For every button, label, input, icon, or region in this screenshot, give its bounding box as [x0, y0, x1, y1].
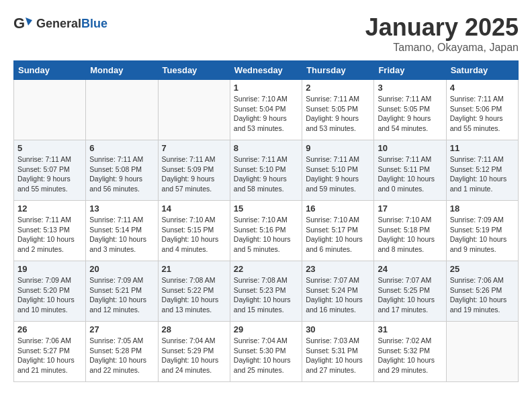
- day-number: 19: [17, 264, 82, 274]
- day-info: Sunrise: 7:11 AM Sunset: 5:08 PM Dayligh…: [89, 154, 154, 194]
- calendar-day-24: 24Sunrise: 7:07 AM Sunset: 5:25 PM Dayli…: [374, 261, 446, 322]
- day-number: 22: [234, 264, 298, 274]
- day-number: 18: [450, 203, 515, 214]
- day-number: 26: [17, 324, 82, 334]
- day-number: 23: [306, 264, 370, 274]
- day-info: Sunrise: 7:08 AM Sunset: 5:22 PM Dayligh…: [162, 275, 226, 315]
- day-info: Sunrise: 7:04 AM Sunset: 5:30 PM Dayligh…: [234, 336, 298, 375]
- calendar-day-16: 16Sunrise: 7:10 AM Sunset: 5:17 PM Dayli…: [302, 201, 374, 261]
- day-info: Sunrise: 7:08 AM Sunset: 5:23 PM Dayligh…: [234, 275, 298, 315]
- calendar-day-8: 8Sunrise: 7:11 AM Sunset: 5:10 PM Daylig…: [230, 140, 302, 201]
- title-area: January 2025 Tamano, Okayama, Japan: [365, 13, 519, 54]
- day-number: 30: [306, 324, 370, 334]
- calendar-day-11: 11Sunrise: 7:11 AM Sunset: 5:12 PM Dayli…: [446, 140, 518, 201]
- day-info: Sunrise: 7:06 AM Sunset: 5:27 PM Dayligh…: [17, 336, 82, 375]
- calendar-day-22: 22Sunrise: 7:08 AM Sunset: 5:23 PM Dayli…: [230, 261, 302, 322]
- day-number: 2: [306, 83, 370, 93]
- calendar-day-23: 23Sunrise: 7:07 AM Sunset: 5:24 PM Dayli…: [302, 261, 374, 322]
- calendar-day-3: 3Sunrise: 7:11 AM Sunset: 5:05 PM Daylig…: [374, 80, 446, 140]
- day-number: 29: [234, 324, 298, 334]
- day-info: Sunrise: 7:10 AM Sunset: 5:15 PM Dayligh…: [162, 215, 226, 255]
- day-info: Sunrise: 7:11 AM Sunset: 5:07 PM Dayligh…: [17, 154, 82, 194]
- day-info: Sunrise: 7:09 AM Sunset: 5:21 PM Dayligh…: [89, 275, 154, 315]
- day-info: Sunrise: 7:11 AM Sunset: 5:10 PM Dayligh…: [306, 154, 370, 194]
- day-number: 17: [378, 203, 442, 214]
- weekday-header-thursday: Thursday: [302, 61, 374, 80]
- day-info: Sunrise: 7:11 AM Sunset: 5:09 PM Dayligh…: [162, 154, 226, 194]
- calendar-week-row: 26Sunrise: 7:06 AM Sunset: 5:27 PM Dayli…: [14, 322, 519, 382]
- day-number: 25: [450, 264, 515, 274]
- logo-icon: G: [13, 13, 34, 34]
- day-number: 7: [162, 143, 226, 153]
- day-info: Sunrise: 7:07 AM Sunset: 5:24 PM Dayligh…: [306, 275, 370, 315]
- calendar-day-2: 2Sunrise: 7:11 AM Sunset: 5:05 PM Daylig…: [302, 80, 374, 140]
- calendar-week-row: 5Sunrise: 7:11 AM Sunset: 5:07 PM Daylig…: [14, 140, 519, 201]
- day-number: 11: [450, 143, 515, 153]
- calendar-day-empty: [14, 80, 86, 140]
- calendar-day-17: 17Sunrise: 7:10 AM Sunset: 5:18 PM Dayli…: [374, 201, 446, 261]
- day-number: 31: [378, 324, 442, 334]
- weekday-header-saturday: Saturday: [446, 61, 518, 80]
- weekday-header-sunday: Sunday: [14, 61, 86, 80]
- calendar-day-6: 6Sunrise: 7:11 AM Sunset: 5:08 PM Daylig…: [86, 140, 158, 201]
- day-info: Sunrise: 7:11 AM Sunset: 5:12 PM Dayligh…: [450, 154, 515, 194]
- calendar-day-10: 10Sunrise: 7:11 AM Sunset: 5:11 PM Dayli…: [374, 140, 446, 201]
- calendar-day-empty: [446, 322, 518, 382]
- calendar-day-empty: [158, 80, 230, 140]
- calendar-day-27: 27Sunrise: 7:05 AM Sunset: 5:28 PM Dayli…: [86, 322, 158, 382]
- day-info: Sunrise: 7:10 AM Sunset: 5:17 PM Dayligh…: [306, 215, 370, 255]
- day-info: Sunrise: 7:10 AM Sunset: 5:18 PM Dayligh…: [378, 215, 442, 255]
- day-info: Sunrise: 7:07 AM Sunset: 5:25 PM Dayligh…: [378, 275, 442, 315]
- day-number: 3: [378, 83, 442, 93]
- day-info: Sunrise: 7:11 AM Sunset: 5:05 PM Dayligh…: [378, 94, 442, 134]
- day-number: 28: [162, 324, 226, 334]
- day-info: Sunrise: 7:06 AM Sunset: 5:26 PM Dayligh…: [450, 275, 515, 315]
- logo: G GeneralBlue: [13, 13, 107, 34]
- day-info: Sunrise: 7:11 AM Sunset: 5:05 PM Dayligh…: [306, 94, 370, 134]
- weekday-header-monday: Monday: [86, 61, 158, 80]
- day-info: Sunrise: 7:10 AM Sunset: 5:16 PM Dayligh…: [234, 215, 298, 255]
- calendar-day-1: 1Sunrise: 7:10 AM Sunset: 5:04 PM Daylig…: [230, 80, 302, 140]
- day-info: Sunrise: 7:04 AM Sunset: 5:29 PM Dayligh…: [162, 336, 226, 375]
- day-info: Sunrise: 7:11 AM Sunset: 5:13 PM Dayligh…: [17, 215, 82, 255]
- calendar-week-row: 19Sunrise: 7:09 AM Sunset: 5:20 PM Dayli…: [14, 261, 519, 322]
- day-number: 5: [17, 143, 82, 153]
- day-info: Sunrise: 7:09 AM Sunset: 5:19 PM Dayligh…: [450, 215, 515, 255]
- day-info: Sunrise: 7:02 AM Sunset: 5:32 PM Dayligh…: [378, 336, 442, 375]
- weekday-header-row: SundayMondayTuesdayWednesdayThursdayFrid…: [14, 61, 519, 80]
- calendar-day-13: 13Sunrise: 7:11 AM Sunset: 5:14 PM Dayli…: [86, 201, 158, 261]
- day-info: Sunrise: 7:03 AM Sunset: 5:31 PM Dayligh…: [306, 336, 370, 375]
- calendar-day-12: 12Sunrise: 7:11 AM Sunset: 5:13 PM Dayli…: [14, 201, 86, 261]
- day-number: 13: [89, 203, 154, 214]
- day-number: 6: [89, 143, 154, 153]
- weekday-header-tuesday: Tuesday: [158, 61, 230, 80]
- day-info: Sunrise: 7:11 AM Sunset: 5:14 PM Dayligh…: [89, 215, 154, 255]
- day-info: Sunrise: 7:11 AM Sunset: 5:10 PM Dayligh…: [234, 154, 298, 194]
- day-info: Sunrise: 7:10 AM Sunset: 5:04 PM Dayligh…: [234, 94, 298, 134]
- day-info: Sunrise: 7:11 AM Sunset: 5:06 PM Dayligh…: [450, 94, 515, 134]
- calendar-day-empty: [86, 80, 158, 140]
- day-number: 20: [89, 264, 154, 274]
- calendar-day-29: 29Sunrise: 7:04 AM Sunset: 5:30 PM Dayli…: [230, 322, 302, 382]
- day-number: 1: [234, 83, 298, 93]
- calendar-day-7: 7Sunrise: 7:11 AM Sunset: 5:09 PM Daylig…: [158, 140, 230, 201]
- calendar-day-5: 5Sunrise: 7:11 AM Sunset: 5:07 PM Daylig…: [14, 140, 86, 201]
- month-title: January 2025: [365, 13, 519, 42]
- calendar-day-30: 30Sunrise: 7:03 AM Sunset: 5:31 PM Dayli…: [302, 322, 374, 382]
- logo-blue: Blue: [81, 17, 107, 30]
- day-info: Sunrise: 7:11 AM Sunset: 5:11 PM Dayligh…: [378, 154, 442, 194]
- day-number: 9: [306, 143, 370, 153]
- page-header: G GeneralBlue January 2025 Tamano, Okaya…: [13, 13, 519, 54]
- calendar-day-20: 20Sunrise: 7:09 AM Sunset: 5:21 PM Dayli…: [86, 261, 158, 322]
- calendar-week-row: 12Sunrise: 7:11 AM Sunset: 5:13 PM Dayli…: [14, 201, 519, 261]
- day-number: 16: [306, 203, 370, 214]
- day-number: 4: [450, 83, 515, 93]
- calendar-day-25: 25Sunrise: 7:06 AM Sunset: 5:26 PM Dayli…: [446, 261, 518, 322]
- calendar-day-18: 18Sunrise: 7:09 AM Sunset: 5:19 PM Dayli…: [446, 201, 518, 261]
- calendar-day-4: 4Sunrise: 7:11 AM Sunset: 5:06 PM Daylig…: [446, 80, 518, 140]
- svg-text:G: G: [13, 15, 25, 32]
- calendar-day-26: 26Sunrise: 7:06 AM Sunset: 5:27 PM Dayli…: [14, 322, 86, 382]
- location-title: Tamano, Okayama, Japan: [365, 42, 519, 54]
- day-info: Sunrise: 7:09 AM Sunset: 5:20 PM Dayligh…: [17, 275, 82, 315]
- day-number: 21: [162, 264, 226, 274]
